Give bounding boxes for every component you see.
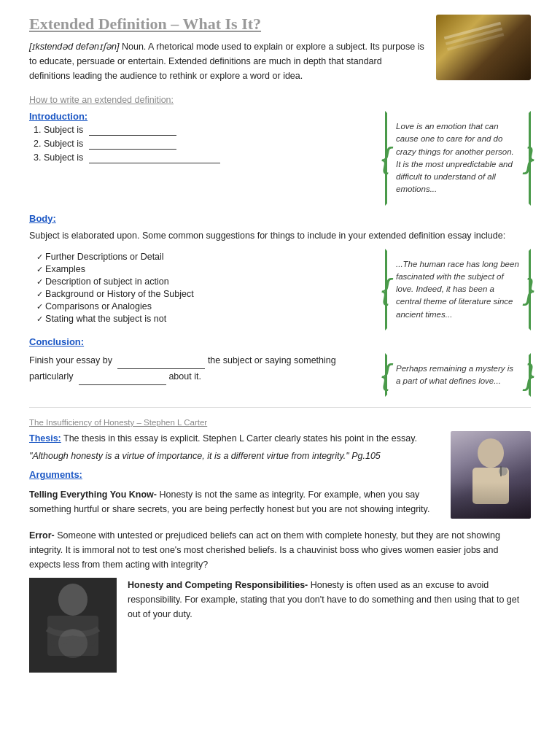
- header-section: Extended Definition – What Is It? [ɪkste…: [29, 15, 531, 83]
- quote-box-2-container: ...The human race has long been fascinat…: [385, 249, 531, 330]
- bottom-image-svg: [29, 578, 117, 673]
- error-text: Someone with untested or prejudiced beli…: [29, 530, 500, 570]
- carter-image: [451, 431, 531, 519]
- svg-rect-6: [47, 616, 98, 656]
- checklist-col: Further Descriptions or Detail Examples …: [29, 249, 374, 330]
- phonetic: [ɪkstendəd defənɪʃən]: [29, 42, 119, 52]
- list-item: Comparisons or Analogies: [36, 301, 374, 311]
- header-image: [436, 15, 531, 80]
- list-item: Stating what the subject is not: [36, 314, 374, 324]
- intro-list: Subject is Subject is Subject is: [44, 125, 374, 163]
- introduction-section: Introduction: Subject is Subject is Subj…: [29, 111, 531, 206]
- conclusion-blank-2: [79, 369, 166, 385]
- body-label: Body:: [29, 213, 56, 224]
- bottom-two-col: Honesty and Competing Responsibilities- …: [29, 578, 531, 673]
- list-item: Examples: [36, 264, 374, 274]
- bottom-text-col: Honesty and Competing Responsibilities- …: [128, 578, 531, 673]
- svg-point-2: [499, 467, 508, 476]
- honesty-bold: Honesty and Competing Responsibilities-: [128, 580, 308, 590]
- carter-two-col: Thesis: The thesis in this essay is expl…: [29, 431, 531, 521]
- quote3-text: Perhaps remaining a mystery is a part of…: [396, 364, 513, 385]
- quote2-text: ...The human race has long been fascinat…: [396, 260, 519, 319]
- thesis-line: Thesis: The thesis in this essay is expl…: [29, 431, 442, 446]
- conclusion-section: Conclusion: Finish your essay by the sub…: [29, 336, 531, 398]
- blank-3: [89, 152, 220, 163]
- quote-box-1: Love is an emotion that can cause one to…: [385, 111, 531, 206]
- honesty-para: Honesty and Competing Responsibilities- …: [128, 578, 531, 622]
- list-item: Further Descriptions or Detail: [36, 252, 374, 262]
- error-bold: Error-: [29, 530, 55, 541]
- arguments-label: Arguments:: [29, 468, 442, 483]
- body-text: Subject is elaborated upon. Some common …: [29, 228, 531, 243]
- check-list: Further Descriptions or Detail Examples …: [36, 252, 374, 324]
- thesis-label: Thesis:: [29, 433, 61, 444]
- blank-2: [89, 139, 176, 150]
- list-item: Subject is: [44, 152, 374, 163]
- header-text: Extended Definition – What Is It? [ɪkste…: [29, 15, 425, 83]
- svg-point-0: [478, 438, 504, 468]
- page-title: Extended Definition – What Is It?: [29, 15, 425, 34]
- divider: [29, 407, 531, 408]
- carter-text-col: Thesis: The thesis in this essay is expl…: [29, 431, 442, 521]
- conclusion-two-col: Finish your essay by the subject or sayi…: [29, 353, 531, 398]
- error-para: Error- Someone with untested or prejudic…: [29, 528, 531, 572]
- svg-rect-3: [500, 466, 502, 476]
- quote-box-3-container: Perhaps remaining a mystery is a part of…: [385, 353, 531, 398]
- thesis-text: The thesis in this essay is explicit. St…: [61, 433, 417, 444]
- body-section: Body: Subject is elaborated upon. Some c…: [29, 213, 531, 330]
- conclusion-label: Conclusion:: [29, 336, 84, 347]
- thesis-quote: "Although honesty is a virtue of importa…: [29, 449, 442, 463]
- list-item: Background or History of the Subject: [36, 289, 374, 299]
- quote-box-1-container: Love is an emotion that can cause one to…: [385, 111, 531, 206]
- carter-section: The Insufficiency of Honesty – Stephen L…: [29, 418, 531, 673]
- argument1-text: Telling Everything You Know- Honesty is …: [29, 487, 442, 516]
- intro-text: [ɪkstendəd defənɪʃən] Noun. A rhetorical…: [29, 39, 425, 83]
- carter-image-svg: [451, 431, 531, 519]
- carter-title: The Insufficiency of Honesty – Stephen L…: [29, 418, 531, 427]
- conclusion-text: Finish your essay by the subject or sayi…: [29, 353, 374, 386]
- list-item: Subject is: [44, 139, 374, 150]
- list-item: Description of subject in action: [36, 276, 374, 287]
- svg-point-5: [58, 584, 88, 616]
- quote-box-2: ...The human race has long been fascinat…: [385, 249, 531, 330]
- quote1-text: Love is an emotion that can cause one to…: [396, 122, 514, 193]
- body-two-col: Further Descriptions or Detail Examples …: [29, 249, 531, 330]
- how-to-label: How to write an extended definition:: [29, 95, 531, 105]
- argument1-bold: Telling Everything You Know-: [29, 489, 157, 500]
- quote-box-3: Perhaps remaining a mystery is a part of…: [385, 353, 531, 398]
- bottom-image: [29, 578, 117, 673]
- introduction-label: Introduction:: [29, 111, 88, 122]
- conclusion-blank-1: [117, 353, 205, 369]
- list-item: Subject is: [44, 125, 374, 136]
- conclusion-text-col: Finish your essay by the subject or sayi…: [29, 353, 374, 398]
- intro-col-left: Introduction: Subject is Subject is Subj…: [29, 111, 374, 206]
- error-section: Error- Someone with untested or prejudic…: [29, 528, 531, 572]
- blank-1: [89, 125, 176, 136]
